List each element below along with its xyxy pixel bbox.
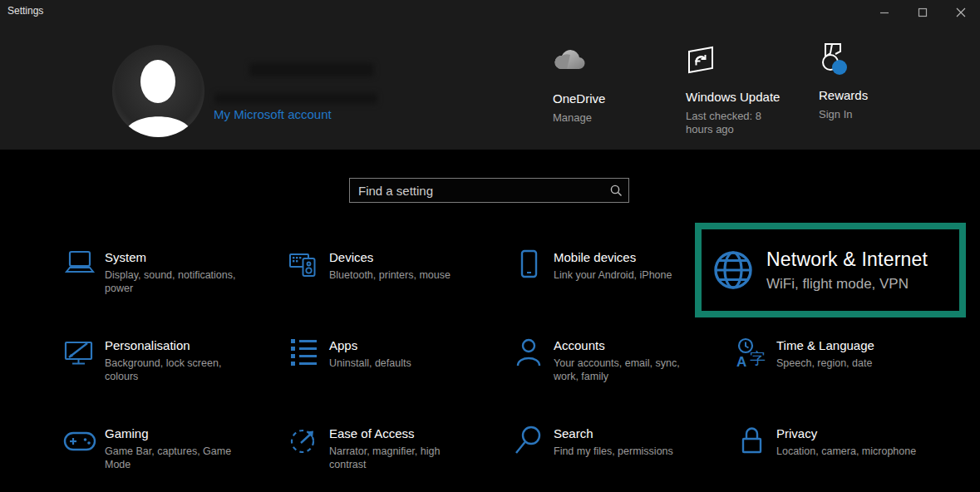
tile-title: Search: [554, 426, 702, 440]
svg-text:A: A: [736, 354, 746, 369]
tile-mobile-devices[interactable]: Mobile devices Link your Android, iPhone: [512, 249, 702, 282]
onedrive-title: OneDrive: [553, 91, 677, 106]
tile-title: Gaming: [105, 426, 242, 440]
tile-subtitle: Background, lock screen, colours: [105, 357, 253, 383]
cloud-icon: [553, 47, 677, 76]
tile-system[interactable]: System Display, sound, notifications, po…: [63, 249, 253, 295]
tile-subtitle: Bluetooth, printers, mouse: [329, 268, 477, 282]
tile-subtitle: Location, camera, microphone: [776, 445, 936, 458]
medal-icon: [819, 43, 943, 73]
monitor-brush-icon: [63, 337, 96, 383]
tile-subtitle: Link your Android, iPhone: [554, 268, 702, 282]
maximize-button[interactable]: [904, 0, 942, 25]
svg-text:字: 字: [750, 349, 766, 367]
tile-subtitle: Find my files, permissions: [554, 445, 702, 458]
tile-ease-of-access[interactable]: Ease of Access Narrator, magnifier, high…: [288, 426, 477, 471]
tile-subtitle: Game Bar, captures, Game Mode: [105, 445, 242, 471]
phone-icon: [512, 249, 545, 282]
globe-icon: [712, 249, 755, 291]
tile-apps[interactable]: Apps Uninstall, defaults: [288, 337, 477, 370]
tile-network-internet-highlighted[interactable]: Network & Internet WiFi, flight mode, VP…: [695, 223, 966, 317]
clock-language-icon: A 字: [735, 337, 768, 370]
tile-subtitle: Your accounts, email, sync, work, family: [554, 357, 702, 383]
settings-window: Settings: [0, 0, 980, 492]
redacted-account-email: [214, 93, 377, 104]
magnifier-icon: [512, 426, 545, 458]
windows-update-status: Last checked: 8 hours ago: [686, 110, 762, 136]
tile-title: System: [105, 250, 253, 264]
redacted-account-name: [249, 63, 374, 76]
maximize-icon: [918, 7, 928, 17]
tile-title: Privacy: [776, 426, 936, 440]
gamepad-icon: [63, 426, 96, 471]
keyboard-speaker-icon: [288, 249, 321, 282]
rewards-status: Sign In: [819, 108, 943, 121]
onedrive-status: Manage: [553, 111, 677, 125]
tile-title: Accounts: [554, 338, 702, 352]
search-box: [349, 178, 629, 203]
close-button[interactable]: [942, 0, 980, 25]
minimize-button[interactable]: [865, 0, 904, 25]
laptop-icon: [63, 249, 96, 295]
tile-subtitle: Display, sound, notifications, power: [105, 268, 253, 295]
window-title: Settings: [7, 5, 43, 17]
my-microsoft-account-link[interactable]: My Microsoft account: [214, 107, 332, 121]
header-region: Settings: [0, 0, 980, 150]
list-icon: [288, 337, 321, 370]
accessibility-icon: [288, 426, 321, 471]
tile-gaming[interactable]: Gaming Game Bar, captures, Game Mode: [63, 426, 242, 471]
tile-title: Time & Language: [776, 338, 924, 352]
tile-title: Network & Internet: [766, 248, 928, 271]
avatar[interactable]: [112, 45, 204, 137]
tile-subtitle: Narrator, magnifier, high contrast: [329, 445, 477, 471]
search-input[interactable]: [350, 184, 603, 198]
tile-search[interactable]: Search Find my files, permissions: [512, 426, 702, 458]
tile-title: Ease of Access: [329, 426, 477, 440]
windows-update-title: Windows Update: [686, 90, 810, 104]
sync-screen-icon: [686, 45, 810, 75]
tile-subtitle: Uninstall, defaults: [329, 357, 477, 370]
minimize-icon: [879, 7, 889, 17]
tile-personalisation[interactable]: Personalisation Background, lock screen,…: [63, 337, 253, 383]
tile-title: Devices: [329, 250, 477, 264]
person-silhouette-icon: [112, 45, 204, 137]
tile-accounts[interactable]: Accounts Your accounts, email, sync, wor…: [512, 337, 702, 383]
window-controls: [865, 0, 980, 25]
rewards-quick-item[interactable]: Rewards Sign In: [819, 43, 943, 121]
tile-title: Personalisation: [105, 338, 253, 352]
tile-subtitle: Speech, region, date: [776, 357, 924, 370]
close-icon: [956, 7, 966, 17]
onedrive-quick-item[interactable]: OneDrive Manage: [553, 47, 677, 125]
tile-time-language[interactable]: A 字 Time & Language Speech, region, date: [735, 337, 924, 370]
tile-subtitle: WiFi, flight mode, VPN: [766, 276, 928, 293]
tile-title: Mobile devices: [554, 250, 702, 264]
person-icon: [512, 337, 545, 383]
tile-title: Apps: [329, 338, 477, 352]
windows-update-quick-item[interactable]: Windows Update Last checked: 8 hours ago: [686, 45, 810, 136]
rewards-title: Rewards: [819, 88, 943, 102]
tile-privacy[interactable]: Privacy Location, camera, microphone: [735, 426, 936, 458]
search-icon[interactable]: [603, 184, 628, 197]
lock-icon: [735, 426, 768, 458]
tile-devices[interactable]: Devices Bluetooth, printers, mouse: [288, 249, 477, 282]
